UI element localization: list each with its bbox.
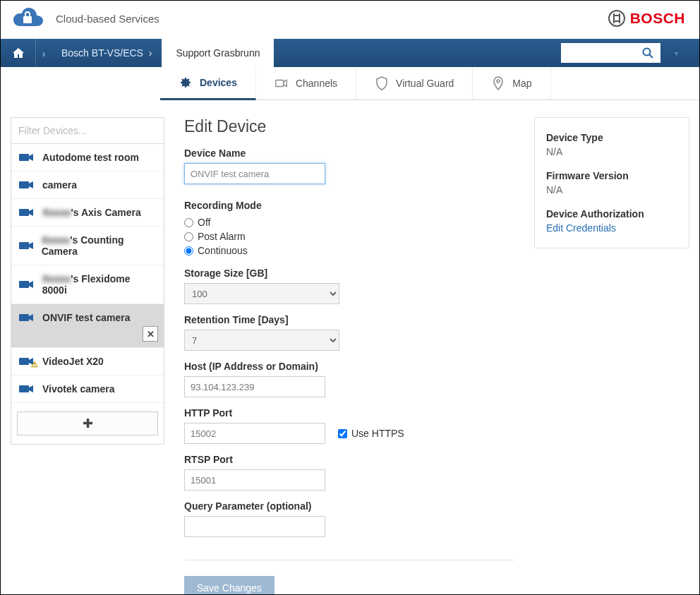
svg-rect-11 bbox=[19, 314, 29, 321]
breadcrumb-label-1: Bosch BT-VS/ECS bbox=[61, 47, 143, 59]
camera-icon bbox=[18, 279, 37, 290]
device-label: Vivotek camera bbox=[42, 383, 114, 395]
camera-icon bbox=[18, 179, 37, 191]
rtsp-port-input[interactable] bbox=[184, 469, 325, 491]
info-auth-label: Device Authorization bbox=[546, 208, 677, 220]
use-https-row[interactable]: Use HTTPS bbox=[338, 428, 404, 439]
tab-virtualguard[interactable]: Virtual Guard bbox=[356, 67, 473, 100]
search-box bbox=[561, 42, 660, 64]
device-label: Xxxxx's Axis Camera bbox=[42, 207, 141, 218]
topbar: Cloud-based Services BOSCH bbox=[1, 1, 699, 39]
label-rtsp-port: RTSP Port bbox=[184, 454, 514, 465]
camera-icon bbox=[18, 383, 37, 395]
use-https-checkbox[interactable] bbox=[338, 429, 347, 438]
svg-line-3 bbox=[649, 54, 653, 58]
app-title: Cloud-based Services bbox=[56, 13, 159, 25]
radio-input[interactable] bbox=[184, 246, 193, 256]
shield-icon bbox=[375, 76, 389, 90]
svg-point-5 bbox=[497, 80, 500, 83]
filter-devices-input[interactable] bbox=[11, 118, 164, 144]
svg-rect-8 bbox=[19, 209, 29, 216]
edit-credentials-link[interactable]: Edit Credentials bbox=[546, 222, 677, 234]
device-label: Xxxxx's Counting Camera bbox=[42, 234, 157, 257]
tab-label: Virtual Guard bbox=[396, 78, 454, 89]
svg-rect-0 bbox=[23, 16, 32, 23]
tab-devices[interactable]: Devices bbox=[160, 67, 256, 100]
device-item[interactable]: Xxxxx's Flexidome 8000i bbox=[11, 265, 164, 304]
svg-rect-6 bbox=[19, 154, 29, 161]
home-button[interactable] bbox=[1, 39, 36, 67]
retention-select[interactable]: 7 bbox=[184, 330, 339, 351]
device-item[interactable]: ONVIF test camera✕ bbox=[11, 304, 164, 348]
svg-point-1 bbox=[609, 11, 624, 26]
svg-rect-12 bbox=[19, 358, 29, 365]
device-item[interactable]: Xxxxx's Counting Camera bbox=[11, 227, 164, 265]
label-retention: Retention Time [Days] bbox=[184, 314, 514, 325]
close-button[interactable]: ✕ bbox=[143, 326, 158, 342]
save-changes-button[interactable]: Save Changes bbox=[184, 576, 274, 595]
storage-size-select[interactable]: 100 bbox=[184, 283, 339, 304]
device-item[interactable]: Vivotek camera bbox=[11, 375, 164, 403]
label-recording-mode: Recording Mode bbox=[184, 200, 514, 211]
device-item[interactable]: camera bbox=[11, 172, 164, 199]
http-port-input[interactable] bbox=[184, 423, 325, 444]
navbar: › Bosch BT-VS/ECS › Support Grasbrunn ▾ bbox=[1, 39, 699, 67]
breadcrumb-item-active[interactable]: Support Grasbrunn bbox=[162, 39, 274, 67]
user-menu[interactable]: ▾ bbox=[660, 39, 688, 67]
label-host: Host (IP Address or Domain) bbox=[184, 361, 514, 372]
topbar-left: Cloud-based Services bbox=[9, 6, 159, 30]
tabs: Devices Channels Virtual Guard Map bbox=[160, 67, 699, 100]
tab-label: Map bbox=[512, 78, 531, 89]
main-form: Edit Device Device Name Recording Mode O… bbox=[179, 117, 520, 595]
device-label: VideoJet X20 bbox=[42, 356, 104, 367]
device-item[interactable]: Autodome test room bbox=[11, 144, 164, 172]
breadcrumb-item-1[interactable]: Bosch BT-VS/ECS › bbox=[52, 39, 162, 67]
info-device-type-label: Device Type bbox=[546, 132, 677, 143]
sidebar: Autodome test roomcameraXxxxx's Axis Cam… bbox=[11, 117, 164, 445]
label-storage-size: Storage Size [GB] bbox=[184, 268, 514, 279]
tab-channels[interactable]: Channels bbox=[256, 67, 356, 100]
svg-rect-4 bbox=[276, 80, 284, 86]
use-https-label: Use HTTPS bbox=[351, 428, 404, 439]
svg-rect-13 bbox=[19, 385, 29, 392]
camera-icon bbox=[18, 356, 37, 367]
search-input[interactable] bbox=[561, 43, 635, 63]
radio-label: Continuous bbox=[198, 245, 248, 256]
device-name-input[interactable] bbox=[184, 163, 325, 184]
query-param-input[interactable] bbox=[184, 516, 325, 537]
tab-label: Channels bbox=[296, 78, 337, 89]
svg-rect-10 bbox=[19, 281, 29, 288]
label-device-name: Device Name bbox=[184, 148, 514, 159]
add-device-button[interactable]: ✚ bbox=[17, 411, 158, 435]
cloud-lock-icon bbox=[9, 6, 44, 30]
radio-input[interactable] bbox=[184, 232, 193, 241]
gear-icon bbox=[179, 76, 193, 90]
tab-label: Devices bbox=[200, 77, 237, 88]
page-title: Edit Device bbox=[184, 117, 514, 136]
camera-icon bbox=[18, 207, 37, 218]
info-panel: Device Type N/A Firmware Version N/A Dev… bbox=[534, 117, 689, 248]
camera-icon bbox=[18, 240, 36, 251]
camera-icon bbox=[274, 76, 289, 90]
label-query-param: Query Parameter (optional) bbox=[184, 500, 514, 512]
radio-option[interactable]: Post Alarm bbox=[184, 229, 514, 244]
device-item[interactable]: Xxxxx's Axis Camera bbox=[11, 199, 164, 227]
plus-icon: ✚ bbox=[83, 416, 93, 431]
device-label: Xxxxx's Flexidome 8000i bbox=[42, 273, 157, 296]
radio-label: Off bbox=[198, 217, 210, 228]
radio-input[interactable] bbox=[184, 218, 193, 227]
device-item[interactable]: VideoJet X20 bbox=[11, 348, 164, 375]
tab-map[interactable]: Map bbox=[473, 67, 550, 100]
camera-icon bbox=[18, 152, 37, 163]
svg-rect-9 bbox=[19, 242, 29, 249]
info-device-type-value: N/A bbox=[546, 146, 677, 157]
content: Autodome test roomcameraXxxxx's Axis Cam… bbox=[1, 100, 699, 595]
radio-option[interactable]: Off bbox=[184, 215, 514, 229]
chevron-right-icon: › bbox=[36, 39, 52, 67]
host-input[interactable] bbox=[184, 376, 325, 397]
camera-icon bbox=[18, 312, 37, 323]
search-button[interactable] bbox=[635, 43, 660, 63]
radio-label: Post Alarm bbox=[198, 231, 246, 242]
radio-option[interactable]: Continuous bbox=[184, 244, 514, 258]
device-label: Autodome test room bbox=[42, 152, 139, 163]
